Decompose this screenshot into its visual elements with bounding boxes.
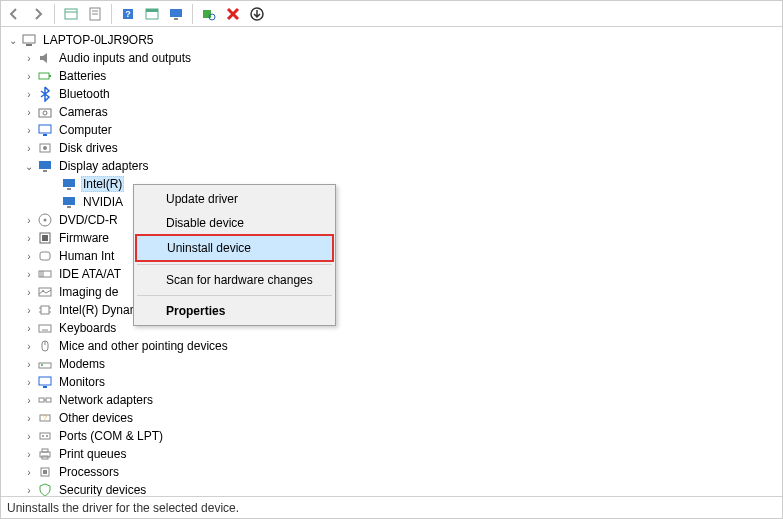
tree-category[interactable]: ›Keyboards: [1, 319, 782, 337]
menu-properties[interactable]: Properties: [136, 299, 333, 323]
tree-category[interactable]: ›Human Int: [1, 247, 782, 265]
chip-icon: [37, 302, 53, 318]
expander-icon[interactable]: ⌄: [5, 32, 21, 48]
toolbar-separator: [111, 4, 112, 24]
tree-category[interactable]: ›Ports (COM & LPT): [1, 427, 782, 445]
add-button[interactable]: [246, 3, 268, 25]
tree-category[interactable]: ›Intel(R) Dynamic Platform and Thermal F…: [1, 301, 782, 319]
tree-label: Computer: [57, 123, 114, 137]
svg-rect-51: [39, 377, 51, 385]
svg-rect-18: [39, 109, 51, 117]
tree-category[interactable]: ›Monitors: [1, 373, 782, 391]
back-button[interactable]: [3, 3, 25, 25]
audio-icon: [37, 50, 53, 66]
expander-icon[interactable]: ›: [21, 284, 37, 300]
properties-icon: [87, 6, 103, 22]
tree-category[interactable]: ›Imaging de: [1, 283, 782, 301]
expander-icon[interactable]: ›: [21, 212, 37, 228]
down-arrow-icon: [249, 6, 265, 22]
port-icon: [37, 428, 53, 444]
tree-label: Cameras: [57, 105, 110, 119]
firmware-icon: [37, 230, 53, 246]
expander-icon[interactable]: ›: [21, 356, 37, 372]
remove-icon: [225, 6, 241, 22]
expander-icon[interactable]: ›: [21, 410, 37, 426]
expander-icon[interactable]: ›: [21, 374, 37, 390]
expander-icon[interactable]: ›: [21, 122, 37, 138]
tree-category[interactable]: ›Firmware: [1, 229, 782, 247]
menu-separator: [137, 264, 332, 265]
bluetooth-icon: [37, 86, 53, 102]
tree-category[interactable]: ›Batteries: [1, 67, 782, 85]
expander-icon[interactable]: ›: [21, 86, 37, 102]
modem-icon: [37, 356, 53, 372]
expander-icon[interactable]: ›: [21, 266, 37, 282]
tree-category[interactable]: ›Disk drives: [1, 139, 782, 157]
expander-icon[interactable]: ⌄: [21, 158, 37, 174]
menu-uninstall-device[interactable]: Uninstall device: [135, 234, 334, 262]
tree-category[interactable]: ›Network adapters: [1, 391, 782, 409]
expander-icon[interactable]: ›: [21, 320, 37, 336]
tree-category[interactable]: ›Security devices: [1, 481, 782, 496]
svg-rect-0: [65, 9, 77, 19]
tree-root[interactable]: ⌄ LAPTOP-0LJR9OR5: [1, 31, 782, 49]
svg-rect-65: [43, 470, 47, 474]
expander-icon[interactable]: ›: [21, 230, 37, 246]
expander-icon[interactable]: ›: [21, 140, 37, 156]
toolbar-separator: [192, 4, 193, 24]
expander-icon[interactable]: ›: [21, 482, 37, 496]
expander-icon[interactable]: ›: [21, 392, 37, 408]
expander-icon[interactable]: ›: [21, 464, 37, 480]
expander-icon[interactable]: ›: [21, 50, 37, 66]
scan-button[interactable]: [198, 3, 220, 25]
expander-icon[interactable]: ›: [21, 68, 37, 84]
uninstall-button[interactable]: [222, 3, 244, 25]
other-icon: ?: [37, 410, 53, 426]
tree-category[interactable]: ›DVD/CD-R: [1, 211, 782, 229]
tree-category[interactable]: ›Cameras: [1, 103, 782, 121]
expander-icon[interactable]: ›: [21, 302, 37, 318]
tree-label: Network adapters: [57, 393, 155, 407]
svg-rect-14: [23, 35, 35, 43]
tree-category[interactable]: ›Computer: [1, 121, 782, 139]
monitor-icon: [168, 6, 184, 22]
menu-update-driver[interactable]: Update driver: [136, 187, 333, 211]
tree-category[interactable]: ›Modems: [1, 355, 782, 373]
action-button[interactable]: [141, 3, 163, 25]
tree-category[interactable]: ›Print queues: [1, 445, 782, 463]
tree-category[interactable]: ›?Other devices: [1, 409, 782, 427]
svg-rect-15: [26, 44, 32, 46]
tree-category[interactable]: ›Audio inputs and outputs: [1, 49, 782, 67]
expander-icon[interactable]: ›: [21, 104, 37, 120]
expander-icon[interactable]: ›: [21, 446, 37, 462]
tree-label: Modems: [57, 357, 107, 371]
device-tree[interactable]: ⌄ LAPTOP-0LJR9OR5 ›Audio inputs and outp…: [1, 27, 782, 496]
tree-category-display-adapters[interactable]: ⌄Display adapters: [1, 157, 782, 175]
expander-icon[interactable]: ›: [21, 248, 37, 264]
show-hidden-button[interactable]: [60, 3, 82, 25]
menu-scan-hardware[interactable]: Scan for hardware changes: [136, 268, 333, 292]
menu-disable-device[interactable]: Disable device: [136, 211, 333, 235]
svg-rect-20: [39, 125, 51, 133]
svg-rect-54: [46, 398, 51, 402]
svg-rect-29: [67, 206, 71, 208]
properties-button[interactable]: [84, 3, 106, 25]
tree-category[interactable]: ›IDE ATA/AT: [1, 265, 782, 283]
forward-button[interactable]: [27, 3, 49, 25]
tree-label: Print queues: [57, 447, 128, 461]
tree-category[interactable]: ›Mice and other pointing devices: [1, 337, 782, 355]
view-button[interactable]: [165, 3, 187, 25]
tree-label: Monitors: [57, 375, 107, 389]
tree-label: Human Int: [57, 249, 116, 263]
disk-icon: [37, 140, 53, 156]
tree-category[interactable]: ›Bluetooth: [1, 85, 782, 103]
svg-rect-40: [41, 306, 49, 314]
tree-device-intel[interactable]: Intel(R): [1, 175, 782, 193]
monitor-icon: [37, 374, 53, 390]
help-button[interactable]: ?: [117, 3, 139, 25]
expander-icon[interactable]: ›: [21, 428, 37, 444]
tree-label: Imaging de: [57, 285, 120, 299]
tree-device-nvidia[interactable]: NVIDIA: [1, 193, 782, 211]
expander-icon[interactable]: ›: [21, 338, 37, 354]
tree-category[interactable]: ›Processors: [1, 463, 782, 481]
